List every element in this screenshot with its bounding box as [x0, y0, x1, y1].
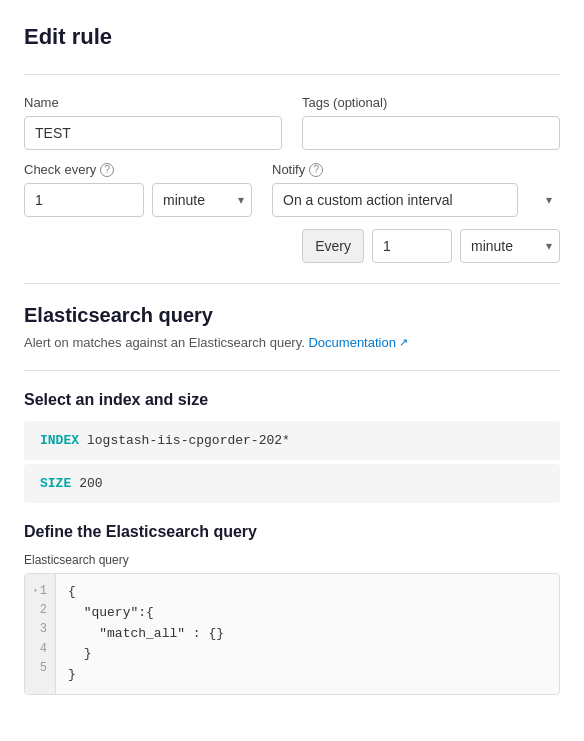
index-code-block: INDEX logstash-iis-cpgorder-202* — [24, 421, 560, 460]
index-line: INDEX logstash-iis-cpgorder-202* — [40, 431, 544, 450]
top-form-row: Name Tags (optional) — [24, 95, 560, 150]
line-number-4: 4 — [40, 640, 47, 659]
notify-group: Notify ? On a custom action interval Onl… — [272, 162, 560, 217]
every-label: Every — [302, 229, 364, 263]
line-numbers: ▾ 1 2 3 4 5 — [25, 574, 56, 694]
index-section-title: Select an index and size — [24, 391, 560, 409]
define-query-section: Define the Elasticsearch query Elasticse… — [24, 523, 560, 695]
elasticsearch-section-title: Elasticsearch query — [24, 304, 560, 327]
code-line-3: "match_all" : {} — [68, 624, 547, 645]
check-every-inputs: minute hour day ▾ — [24, 183, 252, 217]
line-number-3: 3 — [40, 620, 47, 639]
collapse-icon-1: ▾ — [33, 585, 38, 598]
tags-group: Tags (optional) — [302, 95, 560, 150]
size-keyword: SIZE — [40, 476, 71, 491]
middle-form-row: Check every ? minute hour day ▾ Notify ?… — [24, 162, 560, 217]
code-lines: { "query":{ "match_all" : {} } } — [56, 574, 559, 694]
divider-middle — [24, 283, 560, 284]
tags-label: Tags (optional) — [302, 95, 560, 110]
elasticsearch-query-label: Elasticsearch query — [24, 553, 560, 567]
name-group: Name — [24, 95, 282, 150]
size-value: 200 — [79, 476, 102, 491]
check-every-unit-select-wrapper: minute hour day ▾ — [152, 183, 252, 217]
divider-index — [24, 370, 560, 371]
define-query-section-title: Define the Elasticsearch query — [24, 523, 560, 541]
code-line-2: "query":{ — [68, 603, 547, 624]
index-value: logstash-iis-cpgorder-202* — [87, 433, 290, 448]
query-editor-content: ▾ 1 2 3 4 5 { "query":{ " — [25, 574, 559, 694]
tags-input[interactable] — [302, 116, 560, 150]
page-title: Edit rule — [24, 24, 560, 50]
name-label: Name — [24, 95, 282, 110]
name-input[interactable] — [24, 116, 282, 150]
code-line-4: } — [68, 644, 547, 665]
query-editor[interactable]: ▾ 1 2 3 4 5 { "query":{ " — [24, 573, 560, 695]
check-every-group: Check every ? minute hour day ▾ — [24, 162, 252, 217]
size-line: SIZE 200 — [40, 474, 544, 493]
size-code-block: SIZE 200 — [24, 464, 560, 503]
notify-help-icon[interactable]: ? — [309, 163, 323, 177]
notify-chevron-icon: ▾ — [546, 193, 552, 207]
check-every-unit-select[interactable]: minute hour day — [152, 183, 252, 217]
elasticsearch-section: Elasticsearch query Alert on matches aga… — [24, 304, 560, 350]
every-row: Every minute hour day ▾ — [24, 229, 560, 263]
check-every-label: Check every ? — [24, 162, 252, 177]
line-number-5: 5 — [40, 659, 47, 678]
index-keyword: INDEX — [40, 433, 79, 448]
check-every-number-input[interactable] — [24, 183, 144, 217]
every-unit-select[interactable]: minute hour day — [460, 229, 560, 263]
elasticsearch-section-description: Alert on matches against an Elasticsearc… — [24, 335, 560, 350]
external-link-icon: ↗ — [399, 336, 408, 349]
every-number-input[interactable] — [372, 229, 452, 263]
documentation-link[interactable]: Documentation ↗ — [308, 335, 407, 350]
check-every-help-icon[interactable]: ? — [100, 163, 114, 177]
code-line-5: } — [68, 665, 547, 686]
notify-select-wrapper: On a custom action interval Only on stat… — [272, 183, 560, 217]
index-section: Select an index and size INDEX logstash-… — [24, 391, 560, 503]
notify-select[interactable]: On a custom action interval Only on stat… — [272, 183, 518, 217]
line-number-1: ▾ 1 — [33, 582, 47, 601]
divider-top — [24, 74, 560, 75]
code-line-1: { — [68, 582, 547, 603]
notify-label: Notify ? — [272, 162, 560, 177]
line-number-2: 2 — [40, 601, 47, 620]
every-unit-select-wrapper: minute hour day ▾ — [460, 229, 560, 263]
